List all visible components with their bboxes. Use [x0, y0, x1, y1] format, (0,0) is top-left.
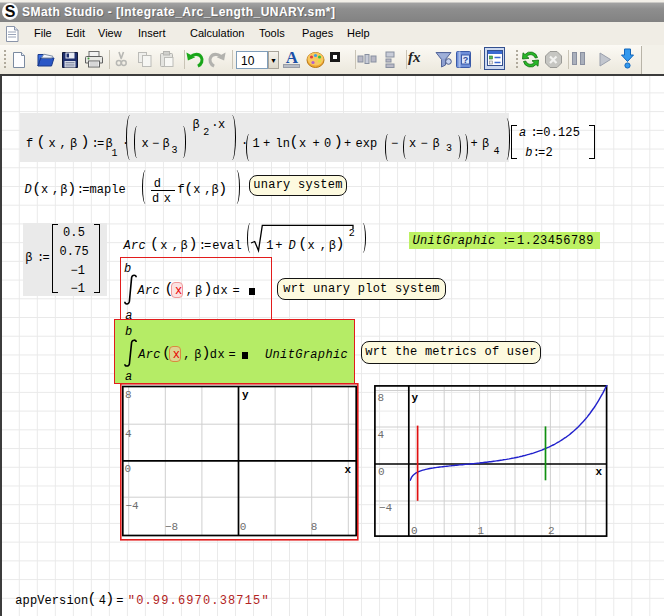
svg-text:8: 8 [125, 389, 132, 401]
svg-text:0: 0 [240, 521, 247, 533]
svg-text:−4: −4 [126, 499, 140, 511]
svg-text:0: 0 [411, 525, 418, 537]
svg-text:0: 0 [378, 466, 385, 478]
svg-text:−8: −8 [165, 521, 178, 533]
svg-text:y: y [242, 389, 249, 401]
svg-text:−4: −4 [379, 502, 393, 514]
svg-text:4: 4 [125, 427, 132, 439]
svg-text:8: 8 [311, 521, 318, 533]
svg-text:0: 0 [125, 463, 132, 475]
svg-text:8: 8 [378, 392, 385, 404]
svg-text:y: y [412, 392, 419, 404]
svg-text:2: 2 [548, 525, 555, 537]
svg-text:4: 4 [378, 429, 385, 441]
svg-text:x: x [595, 466, 602, 478]
svg-text:x: x [344, 464, 351, 476]
svg-text:1: 1 [478, 525, 485, 537]
